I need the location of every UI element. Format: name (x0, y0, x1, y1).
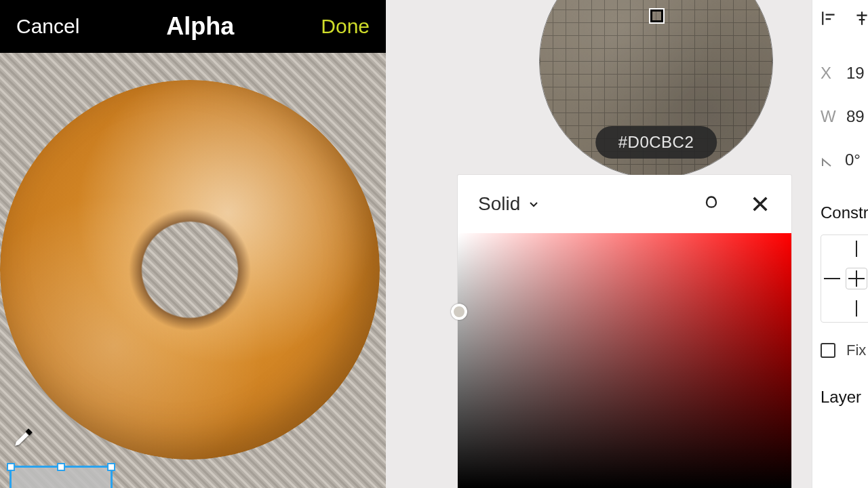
align-left-icon[interactable] (821, 9, 838, 31)
x-label: X (821, 64, 835, 83)
cancel-button[interactable]: Cancel (16, 15, 79, 38)
mobile-header: Cancel Alpha Done (0, 0, 386, 53)
donut-image (0, 80, 380, 460)
fill-mode-dropdown[interactable]: Solid (478, 193, 520, 215)
width-row: W 89 (821, 95, 868, 138)
color-picker-panel: Solid (458, 175, 791, 488)
align-center-icon[interactable] (853, 9, 868, 31)
constraint-top[interactable] (856, 241, 857, 257)
resize-handle[interactable] (7, 463, 15, 471)
saturation-value-panel[interactable] (458, 233, 791, 488)
w-label: W (821, 107, 835, 126)
constraints-widget[interactable] (821, 235, 868, 323)
resize-handle[interactable] (107, 463, 115, 471)
loupe-target-pixel (650, 9, 663, 22)
w-value[interactable]: 89 (846, 107, 865, 126)
properties-sidebar: X 19 W 89 0° Constra Fix Layer (812, 0, 868, 488)
x-value[interactable]: 19 (846, 64, 865, 83)
fix-position-row: Fix (821, 342, 868, 359)
mobile-alpha-panel: Cancel Alpha Done (0, 0, 386, 488)
fix-checkbox[interactable] (821, 343, 835, 358)
color-picker-header: Solid (458, 175, 791, 233)
constraint-center-v (856, 270, 857, 287)
selection-rectangle[interactable] (9, 466, 113, 488)
rotation-value[interactable]: 0° (845, 150, 861, 169)
angle-icon (821, 153, 834, 167)
resize-handle[interactable] (57, 463, 65, 471)
close-button[interactable] (749, 193, 771, 215)
constraint-bottom[interactable] (856, 300, 857, 317)
screen-title: Alpha (166, 12, 234, 41)
layer-section-title: Layer (821, 388, 868, 407)
fix-label: Fix (846, 342, 866, 359)
done-button[interactable]: Done (321, 15, 370, 38)
sv-thumb[interactable] (451, 304, 467, 320)
eyedropper-icon[interactable] (12, 426, 35, 449)
canvas-area[interactable] (0, 53, 386, 488)
constraints-section-title: Constra (821, 203, 868, 222)
eyedropper-button[interactable] (701, 193, 722, 215)
rotation-row: 0° (821, 138, 868, 182)
x-position-row: X 19 (821, 52, 868, 95)
constraint-left[interactable] (824, 278, 840, 279)
alignment-row (821, 9, 868, 52)
chevron-down-icon[interactable] (528, 199, 539, 209)
loupe-hex-readout: #D0CBC2 (595, 126, 717, 159)
